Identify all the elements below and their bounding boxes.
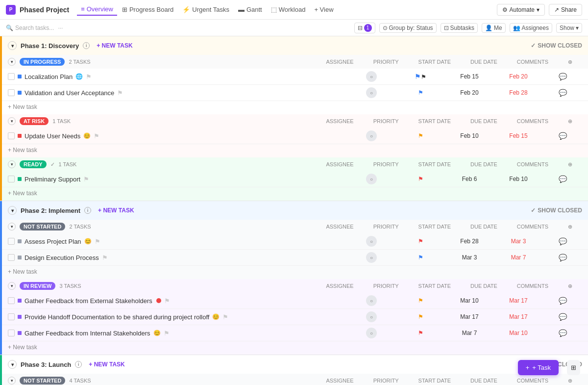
task-checkbox[interactable] <box>8 330 15 336</box>
task-color-indicator <box>18 299 22 303</box>
new-task-link[interactable]: + New task <box>8 103 37 110</box>
phase-discovery-toggle[interactable]: ▾ <box>8 41 17 50</box>
assignee-avatar[interactable]: ○ <box>366 311 377 322</box>
comments-cell[interactable]: 💬 <box>543 132 582 140</box>
task-name[interactable]: Gather Feedback from Internal Stakeholde… <box>24 330 150 337</box>
new-task-link[interactable]: + New task <box>8 344 37 351</box>
nav-add-view[interactable]: + View <box>310 4 337 15</box>
priority-cell[interactable]: ⚑ <box>396 89 445 96</box>
phase-implement-new-task[interactable]: + NEW TASK <box>95 206 137 215</box>
task-checkbox[interactable] <box>8 73 15 80</box>
add-col-icon[interactable]: ⊕ <box>568 118 572 125</box>
comments-cell[interactable]: 💬 <box>543 254 582 261</box>
phase-launch-new-task[interactable]: + NEW TASK <box>86 360 127 369</box>
col-start-date: START DATE <box>418 224 451 230</box>
me-chip[interactable]: 👤 Me <box>482 23 506 33</box>
comments-cell[interactable]: 💬 <box>543 297 582 305</box>
priority-cell[interactable]: ⚑ <box>396 313 445 320</box>
new-task-link[interactable]: + New task <box>8 190 37 197</box>
add-col-icon[interactable]: ⊕ <box>568 283 572 289</box>
status-toggle[interactable]: ▾ <box>8 377 16 385</box>
nav-gantt[interactable]: ▬ Gantt <box>234 4 266 15</box>
share-button[interactable]: ↗ Share <box>549 4 582 16</box>
assignee-avatar[interactable]: ○ <box>366 295 377 306</box>
status-at-risk-toggle[interactable]: ▾ <box>8 117 16 125</box>
phase-discovery-new-task[interactable]: + NEW TASK <box>94 41 135 50</box>
info-icon[interactable]: i <box>84 207 91 214</box>
grid-view-button[interactable]: ⊞ <box>567 360 580 375</box>
task-checkbox[interactable] <box>8 238 15 245</box>
task-name[interactable]: Assess Project Plan <box>24 238 81 245</box>
task-checkbox[interactable] <box>8 89 15 96</box>
assignee-avatar[interactable]: ○ <box>366 236 377 247</box>
info-icon[interactable]: i <box>83 42 90 49</box>
priority-cell[interactable]: ⚑ <box>396 330 445 336</box>
nav-progress-board[interactable]: ⊞ Progress Board <box>118 4 177 15</box>
comments-cell[interactable]: 💬 <box>543 175 582 183</box>
task-name[interactable]: Localization Plan <box>24 73 73 80</box>
task-name[interactable]: Validation and User Acceptance <box>24 89 114 97</box>
phase-implement-toggle[interactable]: ▾ <box>8 206 17 215</box>
comments-cell[interactable]: 💬 <box>543 329 582 337</box>
task-checkbox[interactable] <box>8 297 15 304</box>
show-chip[interactable]: Show ▾ <box>556 23 582 33</box>
assignee-avatar[interactable]: ○ <box>366 87 377 98</box>
priority-cell[interactable]: ⚑ <box>396 176 445 182</box>
task-name[interactable]: Provide Handoff Documentation to be shar… <box>24 313 209 321</box>
topbar: P Phased Project ≡ Overview ⊞ Progress B… <box>0 0 588 20</box>
automate-button[interactable]: ⚙ Automate ▾ <box>497 4 545 16</box>
priority-cell[interactable]: ⚑ <box>396 254 445 261</box>
add-col-icon[interactable]: ⊕ <box>568 224 572 230</box>
assignee-avatar[interactable]: ○ <box>366 174 377 184</box>
comments-cell[interactable]: 💬 <box>543 89 582 97</box>
comments-cell[interactable]: 💬 <box>543 313 582 321</box>
task-checkbox[interactable] <box>8 132 15 139</box>
task-checkbox[interactable] <box>8 313 15 320</box>
nav-urgent-tasks[interactable]: ⚡ Urgent Tasks <box>178 4 233 15</box>
status-in-review-toggle[interactable]: ▾ <box>8 282 16 290</box>
show-closed-implement[interactable]: ✓SHOW CLOSED <box>531 207 582 214</box>
new-task-link[interactable]: + New task <box>8 147 37 154</box>
assignees-chip[interactable]: 👥 Assignees <box>510 23 552 33</box>
assignee-avatar[interactable]: ○ <box>366 328 377 338</box>
priority-cell[interactable]: ⚑ <box>396 132 445 139</box>
priority-cell[interactable]: ⚑ <box>396 297 445 304</box>
task-emoji: 😊 <box>84 238 92 245</box>
more-options-icon[interactable]: ··· <box>58 25 63 31</box>
table-row: Design Execution Process ⚑ ○ ⚑ Mar 3 Mar… <box>2 250 588 266</box>
filter-chip[interactable]: ⊟ 1 <box>354 23 375 33</box>
task-name[interactable]: Design Execution Process <box>24 254 99 261</box>
task-checkbox[interactable] <box>8 176 15 182</box>
task-tag-icon: ⚑ <box>83 176 89 183</box>
subtasks-chip[interactable]: ⊡ Subtasks <box>441 23 478 33</box>
priority-cell[interactable]: ⚑ <box>396 73 445 80</box>
nav-workload[interactable]: ⬚ Workload <box>267 4 310 15</box>
add-task-button[interactable]: + + Task <box>518 360 559 375</box>
due-date: Feb 15 <box>509 132 527 139</box>
assignee-avatar[interactable]: ○ <box>366 71 377 82</box>
comments-cell[interactable]: 💬 <box>543 237 582 245</box>
status-not-started-toggle[interactable]: ▾ <box>8 223 16 231</box>
comments-cell[interactable]: 💬 <box>543 73 582 80</box>
nav-overview[interactable]: ≡ Overview <box>77 3 117 16</box>
info-icon[interactable]: i <box>75 361 82 368</box>
task-name[interactable]: Update User Needs <box>24 132 80 140</box>
status-ready-toggle[interactable]: ▾ <box>8 160 16 168</box>
status-in-progress-toggle[interactable]: ▾ <box>8 58 16 66</box>
task-checkbox[interactable] <box>8 254 15 261</box>
group-by-chip[interactable]: ⊙ Group by: Status <box>379 23 437 33</box>
show-closed-discovery[interactable]: ✓SHOW CLOSED <box>531 42 582 49</box>
new-task-link[interactable]: + New task <box>8 268 37 275</box>
task-name[interactable]: Gather Feedback from External Stakeholde… <box>24 297 152 305</box>
priority-cell[interactable]: ⚑ <box>396 238 445 245</box>
add-col-icon[interactable]: ⊕ <box>568 59 572 65</box>
status-group-in-review: ▾ IN REVIEW 3 TASKS ASSIGNEE PRIORITY ST… <box>2 279 588 355</box>
task-color-indicator <box>18 177 22 181</box>
task-name[interactable]: Preliminary Support <box>24 176 80 183</box>
assignee-avatar[interactable]: ○ <box>366 130 377 141</box>
phase-launch-toggle[interactable]: ▾ <box>8 360 17 369</box>
add-col-icon[interactable]: ⊕ <box>568 161 572 168</box>
assignee-avatar[interactable]: ○ <box>366 252 377 263</box>
search-area[interactable]: 🔍 Search tasks... ··· <box>6 25 63 31</box>
add-col-icon[interactable]: ⊕ <box>568 378 572 384</box>
